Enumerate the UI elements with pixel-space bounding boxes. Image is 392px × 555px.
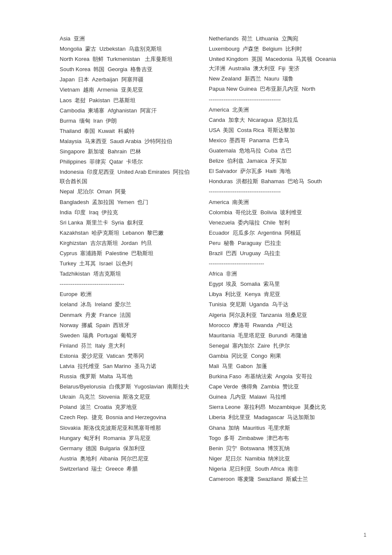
list-item: Morocco 摩洛哥 Rwanda 卢旺达 (209, 321, 341, 330)
list-item: United Kingdom 英国 Macedonia 马其顿 Oceania … (209, 55, 341, 73)
right-column: Netherlands 荷兰 Lithuania 立陶宛Luxembourg 卢… (209, 34, 341, 484)
list-item: Togo 多哥 Zimbabwe 津巴布韦 (209, 434, 341, 443)
list-item: Libya 利比亚 Kenya 肯尼亚 (209, 290, 341, 299)
list-item: Philippines 菲律宾 Qatar 卡塔尔 (60, 157, 192, 167)
list-item: Netherlands 荷兰 Lithuania 立陶宛 (209, 34, 341, 43)
list-item: Cameroon 喀麦隆 Swaziland 斯威士兰 (209, 474, 341, 484)
list-item: Kirghizstan 吉尔吉斯坦 Jordan 约旦 (60, 239, 192, 248)
list-item: Colombia 哥伦比亚 Bolivia 玻利维亚 (209, 208, 341, 217)
list-item: Liberia 利比里亚 Madagascar 马达加斯加 (209, 413, 341, 422)
list-item: Iceland 冰岛 Ireland 爱尔兰 (60, 300, 192, 309)
left-column: Asia 亚洲Mongolia 蒙古 Uzbekstan 乌兹别克斯坦North… (60, 34, 192, 484)
list-item: Tadzhikistan 塔吉克斯坦 (60, 269, 192, 279)
list-item: Mongolia 蒙古 Uzbekstan 乌兹别克斯坦 (60, 44, 192, 54)
list-item: Poland 波兰 Croatia 克罗地亚 (60, 403, 192, 412)
list-item: Denmark 丹麦 France 法国 (60, 311, 192, 320)
list-item: ----------------------------------- (60, 279, 192, 289)
list-item: Mexico 墨西哥 Panama 巴拿马 (209, 136, 341, 145)
list-item: America 北美洲 (209, 105, 341, 115)
list-item: USA 美国 Costa Rica 哥斯达黎加 (209, 126, 341, 135)
list-item: Honduras 洪都拉斯 Bahamas 巴哈马 South (209, 177, 341, 186)
list-item: Senegal 塞内加尔 Zaire 扎伊尔 (209, 341, 341, 351)
list-item: Thailand 泰国 Kuwait 科威特 (60, 127, 192, 136)
list-item: America 南美洲 (209, 198, 341, 207)
list-item: Brazil 巴西 Uruguay 乌拉圭 (209, 249, 341, 258)
list-item: Burkina Faso 布基纳法索 Angola 安哥拉 (209, 372, 341, 381)
list-item: Ukrain 乌克兰 Slovenia 斯洛文尼亚 (60, 392, 192, 402)
list-item: Sweden 瑞典 Portugal 葡萄牙 (60, 331, 192, 340)
list-item: Luxembourg 卢森堡 Belgium 比利时 (209, 44, 341, 54)
list-item: Singapore 新加坡 Bahrain 巴林 (60, 147, 192, 156)
list-item: South Korea 韩国 Georgia 格鲁吉亚 (60, 65, 192, 74)
list-item: Japan 日本 Azerbaijan 阿塞拜疆 (60, 75, 192, 84)
list-item: Mali 马里 Gabon 加蓬 (209, 362, 341, 371)
list-item: Tunisia 突尼斯 Uganda 乌干达 (209, 300, 341, 309)
list-item: Indonesia 印度尼西亚 United Arab Emirates 阿拉伯… (60, 167, 192, 186)
list-item: Canda 加拿大 Nicaragua 尼加拉瓜 (209, 115, 341, 125)
list-item: Czech Rep. 捷克 Bosnia and Herzegovina (60, 413, 192, 422)
list-item: Guinea 几内亚 Malawi 马拉维 (209, 392, 341, 402)
list-item: North Korea 朝鲜 Turkmenistan 土库曼斯坦 (60, 55, 192, 64)
list-item: Gambia 冈比亚 Congo 刚果 (209, 351, 341, 361)
list-item: Austria 奥地利 Albania 阿尔巴尼亚 (60, 454, 192, 463)
list-item: Laos 老挝 Pakistan 巴基斯坦 (60, 96, 192, 105)
list-item: --------------------------------------- (209, 95, 341, 104)
list-item: Papua New Guinea 巴布亚新几内亚 North (209, 84, 341, 94)
list-item: Finland 芬兰 Italy 意大利 (60, 341, 192, 351)
list-item: Latvia 拉托维亚 San Marino 圣马力诺 (60, 362, 192, 371)
list-item: New Zealand 新西兰 Nauru 瑙鲁 (209, 74, 341, 83)
list-item: Switzerland 瑞士 Greece 希腊 (60, 464, 192, 474)
list-item: Asia 亚洲 (60, 34, 192, 43)
list-item: Algeria 阿尔及利亚 Tanzania 坦桑尼亚 (209, 311, 341, 320)
list-item: Ecuador 厄瓜多尔 Argentina 阿根廷 (209, 228, 341, 238)
list-item: Sri Lanka 斯里兰卡 Syria 叙利亚 (60, 218, 192, 227)
list-item: Cambodia 柬埔寨 Afghanistan 阿富汗 (60, 106, 192, 115)
list-item: Cape Verde 佛得角 Zambia 赞比亚 (209, 382, 341, 391)
list-item: Egypt 埃及 Somalia 索马里 (209, 279, 341, 289)
page-number: 1 (363, 532, 366, 538)
list-item: Vietnam 越南 Armenia 亚美尼亚 (60, 85, 192, 95)
list-item: Bangladesh 孟加拉国 Yemen 也门 (60, 198, 192, 207)
list-item: Guatemala 危地马拉 Cuba 古巴 (209, 146, 341, 155)
list-item: Niger 尼日尔 Namibia 纳米比亚 (209, 454, 341, 463)
list-item: Germany 德国 Bulgaria 保加利亚 (60, 444, 192, 453)
list-item: Sierra Leone 塞拉利昂 Mozambique 莫桑比克 (209, 403, 341, 412)
list-item: Nigeria 尼日利亚 South Africa 南非 (209, 464, 341, 474)
list-item: Slovakia 斯洛伐克波斯尼亚和黑塞哥维那 (60, 423, 192, 433)
list-item: Cyprus 塞浦路斯 Palestine 巴勒斯坦 (60, 249, 192, 258)
list-item: El Salvador 萨尔瓦多 Haiti 海地 (209, 167, 341, 176)
list-item: Russia 俄罗斯 Malta 马耳他 (60, 372, 192, 381)
list-item: Belize 伯利兹 Jamaica 牙买加 (209, 156, 341, 166)
list-item: Turkey 土耳其 Israel 以色列 (60, 259, 192, 268)
list-item: Venezuela 委内瑞拉 Chile 智利 (209, 218, 341, 227)
list-item: Europe 欧洲 (60, 290, 192, 299)
list-item: Norway 挪威 Spain 西班牙 (60, 321, 192, 330)
list-item: Burma 缅甸 Iran 伊朗 (60, 116, 192, 126)
list-item: Africa 非洲 (209, 269, 341, 279)
list-item: India 印度 Iraq 伊拉克 (60, 208, 192, 217)
list-item: ------------------------------ (209, 259, 341, 268)
list-item: Mauritania 毛里塔尼亚 Burundi 布隆迪 (209, 331, 341, 340)
list-item: Belarus/Byelorusia 白俄罗斯 Yugoslavian 南斯拉夫 (60, 382, 192, 391)
list-item: Peru 秘鲁 Paraguay 巴拉圭 (209, 239, 341, 248)
list-item: Malaysia 马来西亚 Saudi Arabia 沙特阿拉伯 (60, 137, 192, 146)
list-item: --------------------------------------- (209, 187, 341, 196)
list-item: Ghana 加纳 Mauritius 毛里求斯 (209, 423, 341, 433)
list-item: Nepal 尼泊尔 Oman 阿曼 (60, 187, 192, 196)
list-item: Hungary 匈牙利 Romania 罗马尼亚 (60, 434, 192, 443)
list-item: Kazakhstan 哈萨克斯坦 Lebanon 黎巴嫩 (60, 228, 192, 238)
list-item: Estonia 爱沙尼亚 Vatican 梵蒂冈 (60, 351, 192, 361)
list-item: Benin 贝宁 Botswana 博茨瓦纳 (209, 444, 341, 453)
